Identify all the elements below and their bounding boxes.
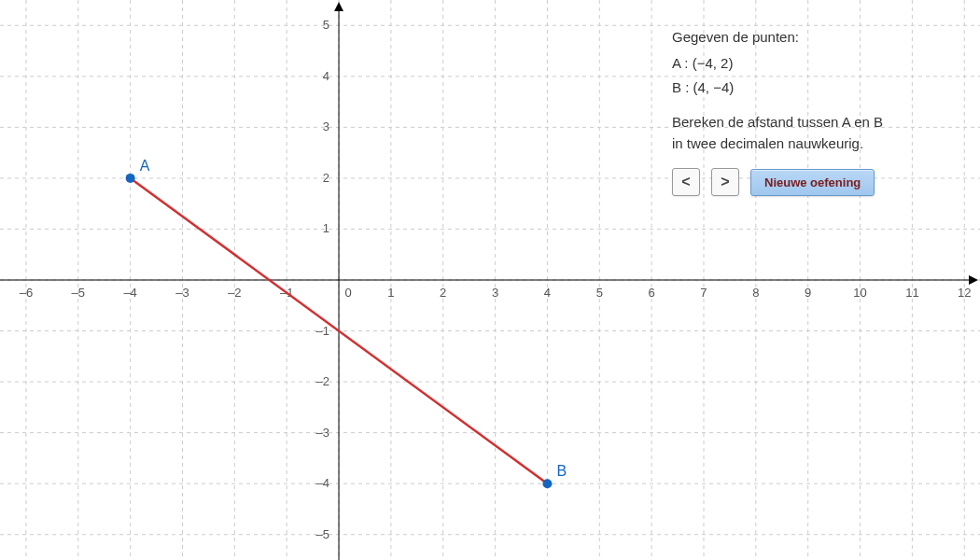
x-tick-label: –5 (72, 286, 85, 300)
prev-button[interactable]: < (672, 168, 700, 196)
point-a[interactable] (126, 174, 135, 183)
given-label: Gegeven de punten: (672, 26, 883, 49)
x-tick-label: 4 (544, 286, 551, 300)
x-tick-label: 11 (905, 286, 918, 300)
point-a-coords: A : (−4, 2) (672, 52, 883, 75)
new-exercise-button[interactable]: Nieuwe oefening (750, 169, 875, 196)
info-panel: Gegeven de punten: A : (−4, 2) B : (4, −… (672, 26, 883, 154)
x-tick-label: 2 (440, 286, 446, 300)
y-tick-label: 3 (323, 119, 329, 133)
x-tick-label: 9 (805, 286, 811, 300)
y-tick-label: 1 (323, 221, 329, 235)
controls-row: < > Nieuwe oefening (672, 168, 875, 196)
svg-marker-32 (969, 275, 978, 285)
y-tick-label: 2 (323, 171, 329, 185)
y-tick-label: –5 (316, 527, 329, 541)
x-tick-label: 12 (958, 286, 971, 300)
x-tick-label: 8 (752, 286, 759, 300)
point-b[interactable] (542, 479, 552, 488)
y-tick-label: 5 (323, 18, 329, 32)
question-text: Bereken de afstand tussen A en B in twee… (672, 112, 883, 154)
x-tick-label: –3 (175, 286, 189, 300)
point-b-coords: B : (4, −4) (672, 77, 883, 99)
x-tick-label: 10 (853, 286, 866, 300)
x-tick-label: 6 (649, 286, 655, 300)
x-tick-label: 1 (387, 286, 394, 300)
next-button[interactable]: > (711, 168, 739, 196)
x-tick-label: –6 (20, 286, 33, 300)
point-label-a: A (140, 158, 150, 174)
y-tick-label: –2 (316, 374, 329, 388)
y-tick-label: –1 (316, 324, 329, 338)
y-tick-label: –3 (316, 426, 329, 440)
y-tick-label: 4 (323, 69, 329, 83)
y-tick-label: –4 (316, 476, 329, 490)
svg-marker-33 (334, 2, 343, 11)
x-tick-label: 7 (700, 286, 707, 300)
x-tick-label: –4 (123, 286, 136, 300)
x-tick-label: 5 (596, 286, 603, 300)
point-label-b: B (556, 463, 567, 479)
x-tick-label: 3 (492, 286, 498, 300)
x-tick-label: –2 (228, 286, 241, 300)
x-tick-label: 0 (344, 286, 351, 300)
